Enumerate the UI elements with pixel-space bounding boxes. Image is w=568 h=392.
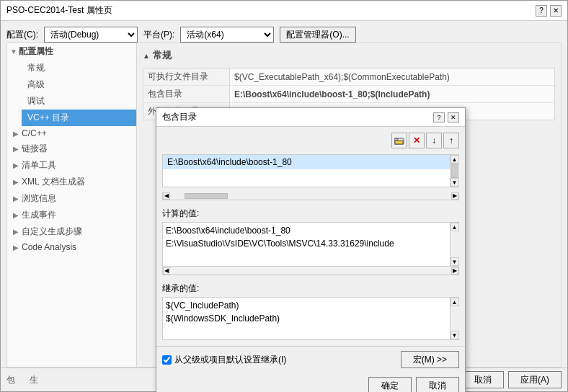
- move-up-button[interactable]: ↑: [443, 133, 459, 148]
- sidebar-label: C/C++: [22, 128, 47, 138]
- inherit-checkbox-label[interactable]: 从父级或项目默认设置继承(I): [162, 354, 286, 366]
- inherit-checkbox[interactable]: [162, 355, 172, 365]
- svg-rect-2: [395, 141, 403, 144]
- scroll-thumb: [451, 164, 458, 178]
- expand-icon: ▶: [13, 228, 19, 236]
- config-label: 配置(C):: [6, 29, 38, 41]
- dialog-ok-button[interactable]: 确定: [368, 377, 412, 392]
- expand-icon: ▶: [13, 130, 19, 138]
- sidebar-item-custom-build[interactable]: ▶ 自定义生成步骤: [7, 223, 136, 240]
- delete-button[interactable]: ✕: [409, 133, 425, 148]
- dialog-title-buttons: ? ✕: [433, 112, 459, 122]
- path-item[interactable]: E:\Boost\x64\include\boost-1_80: [163, 155, 450, 169]
- expand-icon: ▶: [13, 195, 19, 202]
- sidebar-item-manifest[interactable]: ▶ 清单工具: [7, 157, 136, 174]
- main-apply-button[interactable]: 应用(A): [508, 371, 562, 388]
- hscroll-left[interactable]: ◀: [163, 192, 170, 200]
- path-list-hscrollbar[interactable]: ◀ ▶: [162, 192, 459, 200]
- dialog-body: ✕ ↓ ↑ E:\Boost\x64\include\boost-1_80 ▲: [156, 127, 465, 346]
- sidebar-label: 链接器: [22, 143, 48, 155]
- sidebar-item-code-analysis[interactable]: ▶ Code Analysis: [7, 240, 136, 254]
- platform-label: 平台(P):: [143, 29, 174, 41]
- expand-icon: ▶: [13, 211, 19, 219]
- computed-label: 计算的值:: [162, 208, 459, 220]
- dialog-close-btn[interactable]: ✕: [448, 112, 459, 122]
- sidebar-item-advanced[interactable]: 高级: [22, 76, 136, 93]
- prop-name-include: 包含目录: [143, 86, 230, 102]
- main-cancel-button[interactable]: 取消: [462, 371, 504, 388]
- manager-button[interactable]: 配置管理器(O)...: [280, 27, 355, 43]
- inherited-line-2: $(WindowsSDK_IncludePath): [166, 312, 447, 325]
- help-button[interactable]: ?: [536, 5, 547, 17]
- sidebar-label: 高级: [27, 79, 45, 91]
- platform-select[interactable]: 活动(x64): [180, 27, 274, 43]
- footer-left: 从父级或项目默认设置继承(I): [162, 354, 286, 366]
- scroll-up[interactable]: ▲: [451, 298, 459, 306]
- dialog-title-bar: 包含目录 ? ✕: [156, 108, 465, 127]
- scroll-down[interactable]: ▼: [451, 331, 459, 339]
- scroll-track: [451, 164, 459, 178]
- macro-button[interactable]: 宏(M) >>: [401, 351, 459, 368]
- window-title: PSO-CEC2014-Test 属性页: [6, 4, 112, 17]
- computed-scrollbar[interactable]: ▲ ▼: [450, 223, 458, 266]
- partial-bao: 包: [6, 374, 15, 386]
- expand-icon: ▶: [13, 178, 19, 186]
- move-down-button[interactable]: ↓: [426, 133, 442, 148]
- sidebar-item-general[interactable]: 常规: [22, 60, 136, 76]
- path-list-container: E:\Boost\x64\include\boost-1_80 ▲ ▼: [162, 154, 459, 187]
- scroll-track: [451, 231, 459, 257]
- scroll-up[interactable]: ▲: [451, 155, 459, 164]
- sidebar-header[interactable]: ▼ 配置属性: [7, 43, 136, 60]
- sidebar-label: Code Analysis: [22, 242, 76, 252]
- scroll-up[interactable]: ▲: [451, 223, 459, 231]
- sidebar-label: 常规: [27, 62, 45, 74]
- sidebar-item-build-events[interactable]: ▶ 生成事件: [7, 207, 136, 223]
- inherited-container: $(VC_IncludePath) $(WindowsSDK_IncludePa…: [162, 297, 459, 340]
- inherit-checkbox-text: 从父级或项目默认设置继承(I): [174, 354, 286, 366]
- title-bar-buttons: ? ✕: [536, 5, 562, 17]
- sidebar-item-browse[interactable]: ▶ 浏览信息: [7, 190, 136, 207]
- sidebar-label: VC++ 目录: [27, 112, 69, 124]
- sidebar-children: 常规 高级 调试 VC++ 目录: [7, 60, 136, 126]
- sidebar-item-xml[interactable]: ▶ XML 文档生成器: [7, 174, 136, 190]
- sidebar-label: 生成事件: [22, 209, 56, 221]
- property-row-exe: 可执行文件目录 $(VC_ExecutablePath_x64);$(Commo…: [143, 68, 554, 86]
- dialog-title: 包含目录: [162, 111, 197, 123]
- section-title: 常规: [143, 49, 555, 62]
- dialog-toolbar: ✕ ↓ ↑: [162, 133, 459, 148]
- hscroll-thumb: [185, 193, 228, 199]
- computed-line-2: E:\VisuaStudio\VsIDE\VC\Tools\MSVC\14.33…: [166, 237, 447, 250]
- sidebar: ▼ 配置属性 常规 高级 调试 VC++ 目录 ▶ C/C++: [7, 43, 137, 367]
- comp-hscroll-right[interactable]: ▶: [451, 267, 458, 275]
- dialog-footer: 从父级或项目默认设置继承(I) 宏(M) >>: [156, 346, 465, 373]
- path-list-scrollbar[interactable]: ▲ ▼: [450, 155, 458, 187]
- prop-value-exe[interactable]: $(VC_ExecutablePath_x64);$(CommonExecuta…: [230, 68, 554, 85]
- prop-name-exe: 可执行文件目录: [143, 68, 230, 85]
- config-select[interactable]: 活动(Debug): [44, 27, 138, 43]
- sidebar-item-debug[interactable]: 调试: [22, 93, 136, 110]
- sidebar-label: 浏览信息: [22, 192, 56, 205]
- folder-button[interactable]: [391, 133, 407, 148]
- prop-value-include[interactable]: E:\Boost\x64\include\boost-1_80;$(Includ…: [230, 86, 554, 102]
- section-title-label: 常规: [153, 49, 172, 62]
- close-button[interactable]: ✕: [550, 5, 562, 17]
- scroll-down[interactable]: ▼: [451, 178, 459, 187]
- sidebar-item-vcpp[interactable]: VC++ 目录: [22, 110, 136, 126]
- expand-icon: ▼: [10, 48, 17, 55]
- sidebar-item-linker[interactable]: ▶ 链接器: [7, 141, 136, 157]
- scroll-down[interactable]: ▼: [451, 257, 459, 266]
- computed-hscrollbar[interactable]: ◀ ▶: [162, 267, 459, 275]
- computed-line-1: E:\Boost\x64\include\boost-1_80: [166, 224, 447, 237]
- hscroll-right[interactable]: ▶: [451, 192, 458, 200]
- dialog-help-btn[interactable]: ?: [433, 112, 445, 122]
- inherited-scrollbar[interactable]: ▲ ▼: [450, 298, 458, 339]
- dialog-cancel-button[interactable]: 取消: [416, 377, 459, 392]
- dialog-buttons: 确定 取消: [156, 373, 465, 392]
- expand-icon: ▶: [13, 145, 19, 153]
- comp-hscroll-left[interactable]: ◀: [163, 267, 170, 275]
- sidebar-label: 清单工具: [22, 159, 56, 172]
- sidebar-header-label: 配置属性: [19, 45, 53, 58]
- sidebar-item-cpp[interactable]: ▶ C/C++: [7, 126, 136, 141]
- inherited-label: 继承的值:: [162, 282, 459, 295]
- sidebar-label: XML 文档生成器: [22, 176, 85, 188]
